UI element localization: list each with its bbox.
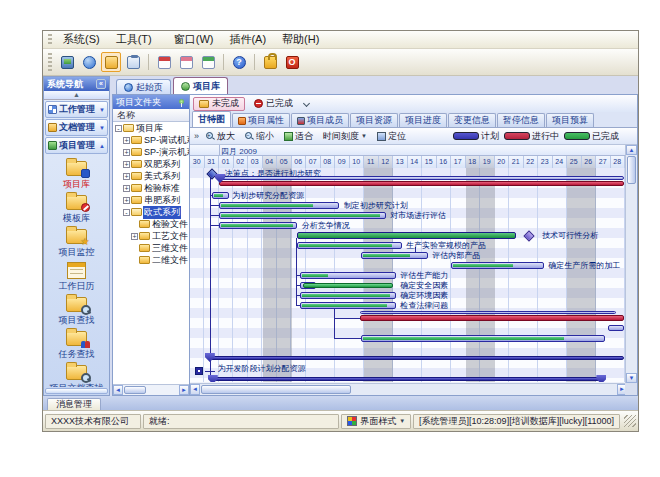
day-header-cell[interactable]: 13 — [393, 156, 408, 168]
gantt-milestone[interactable] — [524, 230, 535, 241]
day-header-cell[interactable]: 20 — [495, 156, 510, 168]
lock-button[interactable] — [260, 52, 280, 72]
expand-box-icon[interactable]: + — [123, 149, 130, 156]
sidebar-item-项目查找[interactable]: 项目查找 — [44, 295, 109, 328]
day-header-cell[interactable]: 30 — [190, 156, 205, 168]
collapse-box-icon[interactable]: - — [123, 209, 130, 216]
tree-item-美式系列[interactable]: +美式系列 — [113, 170, 189, 182]
tree-scroll-right-arrow[interactable]: ► — [179, 385, 189, 395]
tree-hscroll-thumb[interactable] — [124, 386, 146, 394]
gantt-bar[interactable] — [300, 302, 396, 309]
gantt-tab-变更信息[interactable]: 变更信息 — [448, 113, 496, 127]
gantt-vscrollbar[interactable]: ▲ ▼ — [625, 145, 637, 383]
tab-起始页[interactable]: 起始页 — [116, 79, 171, 94]
day-header-cell[interactable]: 21 — [509, 156, 524, 168]
gantt-hscroll-thumb[interactable] — [201, 385, 351, 394]
day-header-cell[interactable]: 08 — [321, 156, 336, 168]
sidebar-group-工作管理[interactable]: 工作管理▼ — [45, 101, 108, 118]
sidebar-collapse-strip[interactable]: ▲ — [44, 91, 109, 100]
day-header-cell[interactable]: 17 — [451, 156, 466, 168]
gantt-bar[interactable] — [219, 202, 339, 209]
tree-hscrollbar[interactable]: ◄ ► — [113, 384, 189, 395]
sidebar-item-任务查找[interactable]: 任务查找 — [44, 329, 109, 362]
pin-icon[interactable] — [177, 98, 186, 107]
gantt-tab-甘特图[interactable]: 甘特图 — [192, 111, 231, 127]
gantt-bar[interactable] — [209, 356, 624, 360]
calendar-red-button[interactable] — [154, 52, 174, 72]
tree-item-项目库[interactable]: -项目库 — [113, 122, 189, 134]
tool-放大[interactable]: +放大 — [203, 129, 238, 144]
gantt-scroll-down-arrow[interactable]: ▼ — [626, 373, 637, 383]
menu-grip[interactable] — [48, 34, 52, 46]
gantt-scroll-up-arrow[interactable]: ▲ — [626, 145, 637, 155]
day-header-cell[interactable]: 04 — [263, 156, 278, 168]
tool-适合[interactable]: 适合 — [281, 129, 316, 144]
day-header-cell[interactable]: 31 — [205, 156, 220, 168]
day-header-cell[interactable]: 23 — [538, 156, 553, 168]
tree-item-二维文件[interactable]: 二维文件 — [113, 254, 189, 266]
menu-item[interactable]: 工具(T) — [108, 31, 160, 48]
gantt-bar[interactable] — [361, 252, 428, 259]
tree-scroll-left-arrow[interactable]: ◄ — [113, 385, 123, 395]
menu-item[interactable]: 系统(S) — [55, 31, 108, 48]
expand-box-icon[interactable]: + — [123, 137, 130, 144]
gantt-bar[interactable] — [360, 315, 625, 321]
gantt-bar[interactable] — [219, 181, 624, 186]
sidebar-item-工作日历[interactable]: 工作日历 — [44, 261, 109, 294]
sidebar-item-项目监控[interactable]: ★项目监控 — [44, 227, 109, 260]
calendar-pink-button[interactable] — [176, 52, 196, 72]
tree-item-SP-调试机系[interactable]: +SP-调试机系 — [113, 134, 189, 146]
day-header-cell[interactable]: 24 — [553, 156, 568, 168]
expand-box-icon[interactable]: + — [123, 185, 130, 192]
day-header-cell[interactable]: 02 — [234, 156, 249, 168]
day-header-cell[interactable]: 12 — [379, 156, 394, 168]
tab-项目库[interactable]: 项目库 — [173, 77, 228, 94]
help-button[interactable]: ? — [229, 52, 249, 72]
open-folder-button[interactable] — [101, 52, 121, 72]
day-header-cell[interactable]: 09 — [335, 156, 350, 168]
monitor-button[interactable] — [57, 52, 77, 72]
day-header-cell[interactable]: 06 — [292, 156, 307, 168]
collapse-box-icon[interactable]: - — [115, 125, 122, 132]
gantt-bar[interactable] — [608, 325, 625, 331]
gantt-tab-项目成员[interactable]: 项目成员 — [291, 113, 349, 127]
gantt-bar[interactable] — [219, 212, 386, 219]
gantt-bar[interactable] — [360, 311, 617, 314]
gantt-tab-暂停信息[interactable]: 暂停信息 — [497, 113, 545, 127]
filter-已完成[interactable]: 已完成 — [248, 97, 299, 111]
resize-grip[interactable] — [624, 415, 636, 427]
tool-时间刻度[interactable]: 时间刻度▼ — [320, 129, 370, 144]
tree-item-检验标准[interactable]: +检验标准 — [113, 182, 189, 194]
tree-item-工艺文件[interactable]: +工艺文件 — [113, 230, 189, 242]
panel-overflow-chevron-icon[interactable] — [302, 99, 311, 108]
day-header-cell[interactable]: 28 — [611, 156, 626, 168]
gantt-bar[interactable] — [297, 242, 401, 249]
interface-style-button[interactable]: 界面样式 ▼ — [341, 414, 411, 429]
sidebar-item-项目文档查找[interactable]: 项目文档查找 — [44, 363, 109, 387]
gantt-bar[interactable] — [219, 222, 297, 229]
clipboard-button[interactable] — [123, 52, 143, 72]
menu-item[interactable]: 插件(A) — [221, 31, 274, 48]
tool-定位[interactable]: 定位 — [374, 129, 409, 144]
gantt-tab-项目属性[interactable]: 项目属性 — [232, 113, 290, 127]
sidebar-item-模板库[interactable]: 模板库 — [44, 193, 109, 226]
tree-item-串肥系列[interactable]: +串肥系列 — [113, 194, 189, 206]
gantt-bar[interactable] — [212, 192, 229, 199]
calendar-green-button[interactable] — [198, 52, 218, 72]
gantt-scroll-left-arrow[interactable]: ◄ — [190, 384, 200, 395]
day-header-cell[interactable]: 16 — [437, 156, 452, 168]
day-header-cell[interactable]: 10 — [350, 156, 365, 168]
day-header-cell[interactable]: 18 — [466, 156, 481, 168]
expand-box-icon[interactable]: + — [123, 173, 130, 180]
tool-缩小[interactable]: −缩小 — [242, 129, 277, 144]
day-header-cell[interactable]: 15 — [422, 156, 437, 168]
day-header-cell[interactable]: 25 — [567, 156, 582, 168]
globe-button[interactable] — [79, 52, 99, 72]
expand-box-icon[interactable]: + — [123, 197, 130, 204]
menu-item[interactable]: 窗口(W) — [166, 31, 222, 48]
sidebar-partial-group[interactable] — [45, 388, 108, 394]
gantt-bar[interactable] — [297, 232, 516, 239]
day-header-cell[interactable]: 26 — [582, 156, 597, 168]
gantt-bar[interactable] — [300, 272, 396, 279]
day-header-cell[interactable]: 11 — [364, 156, 379, 168]
